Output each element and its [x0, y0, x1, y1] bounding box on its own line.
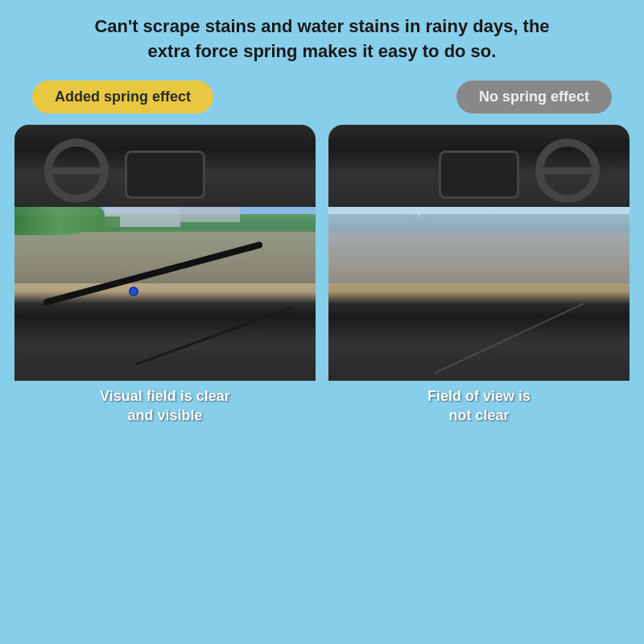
header-title: Can't scrape stains and water stains in … [70, 0, 573, 72]
wiper-streak [434, 303, 584, 374]
left-image-card: Visual field is clear and visible [14, 125, 316, 644]
caption-right: Field of view is not clear [328, 381, 630, 644]
wiper-right-left-card [135, 307, 291, 365]
steering-wheel-left [44, 138, 109, 203]
instrument-cluster-left [125, 151, 205, 199]
right-image-card: Field of view is not clear [328, 125, 630, 644]
comparison-images-row: Visual field is clear and visible Field … [0, 125, 644, 644]
caption-right-line1: Field of view is [427, 388, 530, 404]
instrument-cluster-right [439, 151, 519, 199]
steering-wheel-right [535, 138, 600, 203]
caption-left: Visual field is clear and visible [14, 381, 316, 644]
dashboard-left [14, 125, 316, 207]
caption-left-line2: and visible [127, 407, 202, 423]
right-car-image [328, 125, 630, 382]
spring-element [129, 287, 138, 296]
caption-left-line1: Visual field is clear [100, 388, 230, 404]
title-line2: extra force spring makes it easy to do s… [148, 41, 497, 61]
caption-right-line2: not clear [448, 407, 509, 423]
dashboard-right [328, 125, 630, 207]
left-car-image [14, 125, 316, 382]
badges-row: Added spring effect No spring effect [0, 72, 644, 125]
badge-added-spring: Added spring effect [32, 80, 213, 114]
title-line1: Can't scrape stains and water stains in … [94, 16, 549, 36]
badge-no-spring: No spring effect [456, 80, 612, 114]
road-left [14, 232, 316, 283]
